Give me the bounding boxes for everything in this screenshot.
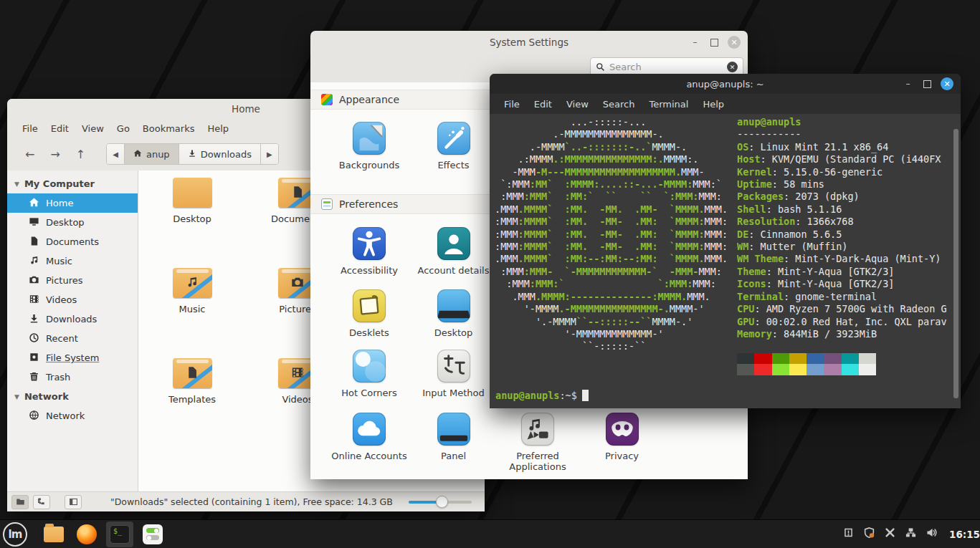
- disk-icon: [29, 352, 39, 365]
- settings-item-online-accounts[interactable]: Online Accounts: [327, 413, 411, 461]
- sidebar-item-label: Documents: [46, 236, 99, 247]
- taskbar-app-terminal[interactable]: $_: [106, 521, 133, 547]
- tray-icon-drives[interactable]: [842, 527, 855, 542]
- breadcrumb: ◀ anup Downloads ▶: [106, 143, 279, 165]
- home-icon: [133, 149, 142, 160]
- close-button[interactable]: ✕: [728, 36, 741, 49]
- toggle-treeview-button[interactable]: [33, 495, 50, 509]
- settings-item-input-method[interactable]: Input Method: [411, 350, 496, 398]
- file-manager-title: Home: [232, 103, 260, 115]
- toggle-sidebar-button[interactable]: [65, 495, 82, 509]
- forward-button[interactable]: →: [42, 145, 67, 164]
- maximize-button[interactable]: [923, 80, 931, 88]
- menu-item-file[interactable]: File: [497, 97, 527, 112]
- settings-item-privacy[interactable]: Privacy: [580, 413, 665, 461]
- settings-item-effects[interactable]: Effects: [411, 122, 496, 170]
- effects-icon: [437, 122, 470, 155]
- menu-item-edit[interactable]: Edit: [44, 121, 75, 136]
- sidebar-item-network[interactable]: Network: [7, 406, 138, 426]
- settings-item-accessibility[interactable]: Accessibility: [327, 227, 411, 276]
- zoom-slider-knob[interactable]: [436, 496, 448, 508]
- menu-item-terminal[interactable]: Terminal: [642, 97, 695, 112]
- chevron-down-icon: ▼: [14, 181, 19, 188]
- sidebar-item-documents[interactable]: Documents: [7, 232, 138, 251]
- toggle-places-button[interactable]: [11, 495, 29, 509]
- sidebar-section-header: ▼Network: [7, 387, 138, 406]
- folder-item-templates[interactable]: Templates: [149, 358, 235, 405]
- up-button[interactable]: ↑: [68, 145, 93, 164]
- mint-menu-button[interactable]: lm: [3, 522, 27, 547]
- sidebar-item-label: Music: [46, 256, 72, 266]
- desklets-icon: [353, 289, 386, 322]
- sidebar-item-recent[interactable]: Recent: [7, 329, 138, 348]
- settings-item-preferred-applications[interactable]: Preferred Applications: [495, 413, 580, 472]
- terminal-window: anup@anupls: ~ – ✕ FileEditViewSearchTer…: [490, 74, 961, 408]
- sidebar-item-home[interactable]: Home: [7, 193, 138, 213]
- settings-title: System Settings: [490, 37, 569, 48]
- menu-item-bookmarks[interactable]: Bookmarks: [136, 121, 201, 136]
- tray-icon-network[interactable]: [905, 527, 917, 542]
- preferences-icon: [321, 198, 333, 210]
- breadcrumb-prev-button[interactable]: ◀: [107, 144, 125, 164]
- tray-icon-shield[interactable]: [863, 527, 875, 542]
- menu-item-search[interactable]: Search: [596, 97, 642, 112]
- sidebar-item-trash[interactable]: Trash: [7, 367, 138, 387]
- menu-item-help[interactable]: Help: [201, 121, 235, 136]
- folder-item-music[interactable]: Music: [149, 268, 235, 314]
- breadcrumb-next-button[interactable]: ▶: [261, 144, 278, 164]
- breadcrumb-downloads-segment[interactable]: Downloads: [179, 144, 261, 164]
- section-label: Appearance: [339, 94, 399, 105]
- neofetch-info: anup@anupls-----------OS: Linux Mint 21.…: [737, 116, 949, 375]
- settings-item-desklets[interactable]: Desklets: [327, 289, 411, 338]
- terminal-icon: $_: [110, 525, 130, 544]
- inputmethod-icon: [437, 350, 470, 383]
- sidebar-item-downloads[interactable]: Downloads: [7, 309, 138, 329]
- film-icon: [29, 294, 39, 307]
- search-icon: [596, 62, 605, 72]
- settings-item-panel[interactable]: Panel: [411, 413, 496, 461]
- sidebar-item-file-system[interactable]: File System: [7, 348, 138, 367]
- sidebar-item-desktop[interactable]: Desktop: [7, 213, 138, 232]
- terminal-content[interactable]: ...-:::::-... .-MMMMMMMMMMMMMMM-. .-MMMM…: [490, 114, 961, 408]
- breadcrumb-home-segment[interactable]: anup: [125, 144, 179, 164]
- minimize-button[interactable]: –: [689, 37, 701, 49]
- taskbar: lm $_ 16:15: [0, 519, 980, 548]
- clear-search-icon[interactable]: ✕: [727, 62, 738, 72]
- sidebar-item-label: Network: [46, 410, 85, 421]
- taskbar-app-settings[interactable]: [139, 521, 166, 547]
- menu-item-view[interactable]: View: [75, 121, 110, 136]
- close-button[interactable]: ✕: [941, 77, 953, 90]
- sidebar-item-videos[interactable]: Videos: [7, 290, 138, 309]
- taskbar-app-firefox[interactable]: [73, 521, 100, 547]
- sidebar-item-pictures[interactable]: Pictures: [7, 271, 138, 290]
- settings-item-hot-corners[interactable]: Hot Corners: [327, 350, 411, 398]
- settings-item-backgrounds[interactable]: Backgrounds: [327, 122, 411, 170]
- maximize-button[interactable]: [710, 39, 718, 47]
- menu-item-go[interactable]: Go: [110, 121, 136, 136]
- appearance-icon: [321, 94, 333, 105]
- terminal-scrollbar[interactable]: [953, 129, 958, 398]
- tray-icon-volume[interactable]: [926, 527, 938, 542]
- taskbar-app-files[interactable]: [40, 521, 67, 547]
- folder-item-desktop[interactable]: Desktop: [149, 178, 235, 224]
- settings-item-account-details[interactable]: Account details: [411, 227, 496, 276]
- settings-item-label: Accessibility: [341, 265, 398, 276]
- menu-item-view[interactable]: View: [559, 97, 596, 112]
- zoom-slider[interactable]: [409, 501, 472, 504]
- taskbar-clock[interactable]: 16:15: [949, 529, 980, 540]
- terminal-titlebar[interactable]: anup@anupls: ~ – ✕: [490, 74, 961, 94]
- desktop-icon: [29, 216, 39, 229]
- preferredapps-icon: [521, 413, 554, 446]
- menu-item-file[interactable]: File: [16, 121, 44, 136]
- menu-item-help[interactable]: Help: [695, 97, 731, 112]
- minimize-button[interactable]: –: [902, 78, 914, 90]
- settings-item-desktop[interactable]: Desktop: [411, 289, 496, 338]
- settings-titlebar[interactable]: System Settings – ✕: [310, 31, 748, 54]
- back-button[interactable]: ←: [17, 145, 42, 164]
- sidebar-item-music[interactable]: Music: [7, 251, 138, 271]
- search-input[interactable]: [609, 62, 723, 72]
- tray-icon-xapp[interactable]: [884, 527, 896, 542]
- settings-item-label: Desktop: [434, 327, 473, 338]
- taskbar-apps: $_: [40, 521, 166, 547]
- menu-item-edit[interactable]: Edit: [527, 97, 559, 112]
